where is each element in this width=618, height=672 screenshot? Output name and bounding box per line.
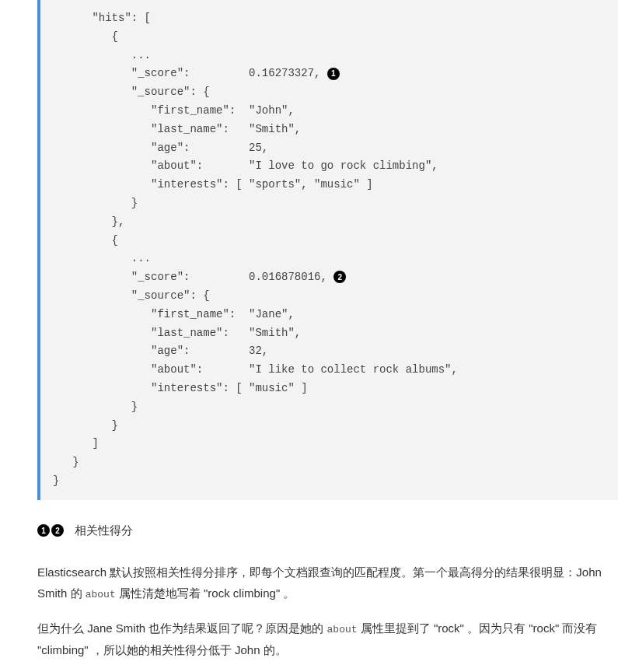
paragraph-2: 但为什么 Jane Smith 也作为结果返回了呢？原因是她的 about 属性… (37, 618, 618, 660)
callout-2-icon: 2 (51, 524, 64, 537)
code-callout-2-icon: 2 (333, 271, 346, 283)
code-block: "hits": [ { ... "_score": 0.16273327, 1 … (37, 0, 618, 500)
code-content: "hits": [ { ... "_score": 0.16273327, 1 … (53, 9, 606, 491)
callout-1-icon: 1 (37, 524, 50, 537)
paragraph-1: Elasticsearch 默认按照相关性得分排序，即每个文档跟查询的匹配程度。… (37, 562, 618, 604)
callout-note-text: 相关性得分 (75, 523, 133, 538)
inline-code-about-1: about (86, 589, 116, 600)
code-callout-1-icon: 1 (327, 68, 340, 80)
inline-code-about-2: about (327, 624, 358, 635)
callout-note: 1 2 相关性得分 (37, 523, 618, 538)
